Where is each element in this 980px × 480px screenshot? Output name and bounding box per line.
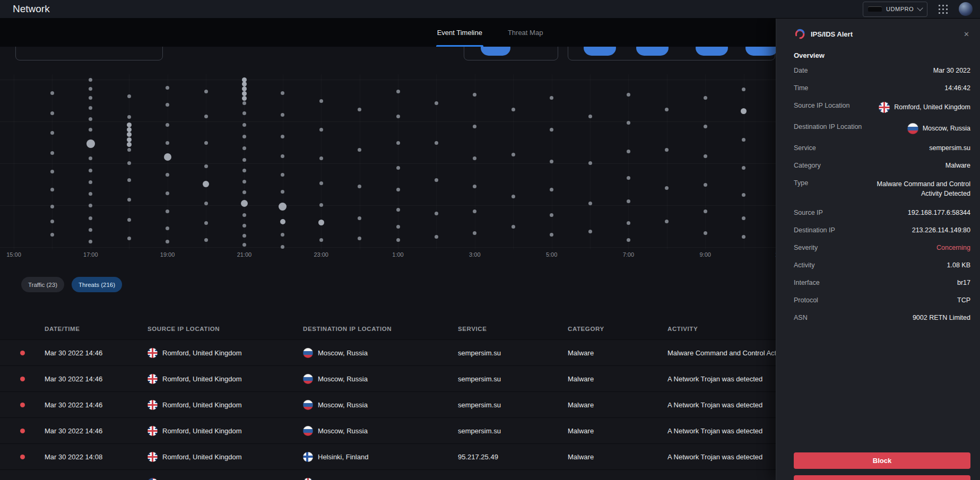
event-dot[interactable] <box>166 210 169 213</box>
event-dot[interactable] <box>358 185 361 188</box>
event-dot[interactable] <box>89 169 92 172</box>
event-dot[interactable] <box>242 101 246 105</box>
event-dot[interactable] <box>89 240 92 243</box>
event-dot[interactable] <box>242 91 247 96</box>
event-dot[interactable] <box>242 180 246 184</box>
event-dot[interactable] <box>665 148 669 152</box>
event-dot[interactable] <box>396 208 400 212</box>
event-dot[interactable] <box>281 233 284 237</box>
event-dot[interactable] <box>511 108 515 111</box>
event-dot[interactable] <box>318 220 324 225</box>
event-dot[interactable] <box>627 199 630 203</box>
table-row[interactable]: Mar 30 2022 14:08Romford, United Kingdom… <box>0 444 860 470</box>
event-dot[interactable] <box>50 170 54 173</box>
event-dot[interactable] <box>89 216 92 220</box>
event-dot[interactable] <box>396 90 400 93</box>
event-dot[interactable] <box>166 240 169 243</box>
event-dot[interactable] <box>242 111 246 115</box>
event-dot[interactable] <box>127 148 131 152</box>
event-dot[interactable] <box>204 221 208 225</box>
event-dot[interactable] <box>127 127 132 132</box>
event-dot[interactable] <box>242 234 246 238</box>
event-dot[interactable] <box>319 156 323 160</box>
event-dot[interactable] <box>396 141 400 145</box>
event-dot[interactable] <box>242 86 247 91</box>
event-dot[interactable] <box>742 166 745 170</box>
event-dot[interactable] <box>358 108 361 111</box>
event-dot[interactable] <box>627 176 630 180</box>
event-dot[interactable] <box>704 210 707 213</box>
event-dot[interactable] <box>204 141 208 145</box>
table-row[interactable]: Mar 30 2022 14:46Romford, United Kingdom… <box>0 340 860 366</box>
event-dot[interactable] <box>358 148 361 152</box>
event-dot[interactable] <box>242 243 246 247</box>
event-dot[interactable] <box>127 218 131 222</box>
event-dot[interactable] <box>50 111 54 115</box>
event-dot[interactable] <box>127 115 131 119</box>
event-dot[interactable] <box>50 91 54 95</box>
event-dot[interactable] <box>86 139 95 148</box>
block-button[interactable]: Block <box>794 452 970 469</box>
event-dot[interactable] <box>435 178 438 182</box>
event-dot[interactable] <box>588 202 592 205</box>
event-dot[interactable] <box>665 186 669 190</box>
event-dot[interactable] <box>588 161 592 165</box>
table-row[interactable]: Mar 30 2022 14:46Romford, United Kingdom… <box>0 418 860 444</box>
event-dot[interactable] <box>89 128 92 132</box>
event-dot[interactable] <box>704 231 707 235</box>
table-row[interactable]: Mar 30 2022 14:46Romford, United Kingdom… <box>0 366 860 392</box>
event-dot[interactable] <box>396 166 400 170</box>
tab-threat-map[interactable]: Threat Map <box>507 18 544 47</box>
event-dot[interactable] <box>50 151 54 155</box>
event-dot[interactable] <box>166 103 169 107</box>
event-dot[interactable] <box>50 220 54 223</box>
event-dot[interactable] <box>89 117 92 121</box>
console-selector[interactable]: UDMPRO <box>863 2 927 17</box>
table-row[interactable]: Mar 30 2022 14:46Romford, United Kingdom… <box>0 392 860 418</box>
event-dot[interactable] <box>319 99 323 103</box>
event-dot[interactable] <box>242 146 246 150</box>
threats-pill[interactable]: Threats (216) <box>72 277 122 292</box>
event-dot[interactable] <box>127 178 131 182</box>
event-dot[interactable] <box>588 230 592 233</box>
event-dot[interactable] <box>242 135 246 138</box>
event-dot[interactable] <box>627 238 630 242</box>
event-dot[interactable] <box>741 108 747 114</box>
event-dot[interactable] <box>89 87 92 91</box>
event-dot[interactable] <box>473 185 476 188</box>
event-dot[interactable] <box>204 202 208 205</box>
event-dot[interactable] <box>704 183 707 187</box>
event-dot[interactable] <box>511 225 515 229</box>
event-dot[interactable] <box>127 123 132 127</box>
event-dot[interactable] <box>242 77 247 82</box>
tab-event-timeline[interactable]: Event Timeline <box>436 18 483 47</box>
event-dot[interactable] <box>242 96 247 101</box>
event-dot[interactable] <box>127 132 132 137</box>
event-dot[interactable] <box>281 154 284 158</box>
event-dot[interactable] <box>166 191 169 195</box>
event-dot[interactable] <box>281 190 284 194</box>
event-dot[interactable] <box>550 160 553 163</box>
event-dot[interactable] <box>550 233 553 237</box>
event-dot[interactable] <box>280 219 285 224</box>
event-dot[interactable] <box>164 153 171 161</box>
event-dot[interactable] <box>742 88 745 91</box>
event-dot[interactable] <box>127 198 131 202</box>
event-dot[interactable] <box>50 131 54 135</box>
event-dot[interactable] <box>358 237 361 240</box>
event-dot[interactable] <box>627 121 630 125</box>
event-dot[interactable] <box>473 210 476 213</box>
event-dot[interactable] <box>127 237 131 240</box>
event-dot[interactable] <box>319 238 323 242</box>
event-dot[interactable] <box>127 94 131 98</box>
event-dot[interactable] <box>511 153 515 156</box>
event-dot[interactable] <box>550 213 553 217</box>
event-dot[interactable] <box>242 158 246 162</box>
event-dot[interactable] <box>704 154 707 158</box>
event-dot[interactable] <box>281 173 284 177</box>
event-dot[interactable] <box>319 203 323 207</box>
event-dot[interactable] <box>627 221 630 225</box>
event-dot[interactable] <box>742 138 745 142</box>
table-row[interactable]: Mar 30 2022 12:24United StatesRomford, U… <box>0 470 860 480</box>
event-dot[interactable] <box>279 203 287 211</box>
